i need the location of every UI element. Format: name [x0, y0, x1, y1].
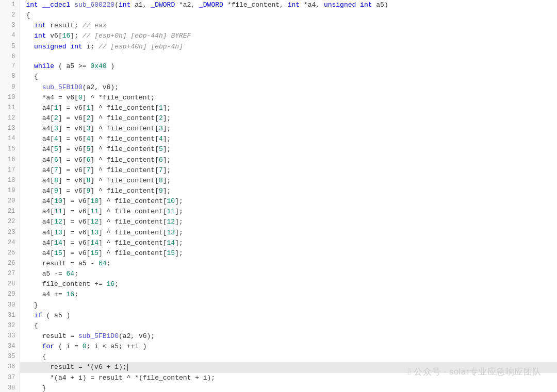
code-container: 1int __cdecl sub_600220(int a1, _DWORD *… [0, 0, 557, 392]
line-content[interactable]: a4[4] = v6[4] ^ file_content[4]; [20, 134, 557, 144]
line-number: 20 [0, 196, 20, 207]
line-content[interactable]: a4[10] = v6[10] ^ file_content[10]; [20, 196, 557, 207]
line-content[interactable]: int result; // eax [20, 21, 557, 31]
line-number: 11 [0, 103, 20, 113]
line-content[interactable]: int __cdecl sub_600220(int a1, _DWORD *a… [20, 0, 557, 10]
line-number: 13 [0, 124, 20, 134]
line-number: 31 [0, 311, 20, 321]
line-number: 15 [0, 144, 20, 155]
line-number: 30 [0, 300, 20, 311]
line-content[interactable]: { [20, 352, 557, 362]
line-number: 12 [0, 113, 20, 124]
line-number: 10 [0, 93, 20, 103]
line-content[interactable]: file_content += 16; [20, 279, 557, 289]
line-number: 24 [0, 238, 20, 248]
line-content[interactable]: *a4 = v6[0] ^ *file_content; [20, 93, 557, 103]
line-content[interactable]: result = *(v6 + i); [20, 362, 557, 372]
line-number: 27 [0, 269, 20, 279]
line-number: 25 [0, 248, 20, 259]
line-number: 28 [0, 279, 20, 289]
text-cursor [127, 364, 128, 371]
line-content[interactable]: result = sub_5FB1D0(a2, v6); [20, 331, 557, 342]
line-number: 33 [0, 331, 20, 342]
line-number: 9 [0, 82, 20, 93]
line-content[interactable]: a4[1] = v6[1] ^ file_content[1]; [20, 103, 557, 113]
line-number: 21 [0, 207, 20, 217]
line-content[interactable]: a4[13] = v6[13] ^ file_content[13]; [20, 228, 557, 238]
line-number: 37 [0, 373, 20, 383]
line-number: 22 [0, 217, 20, 227]
line-content[interactable]: a5 -= 64; [20, 269, 557, 279]
line-number: 16 [0, 155, 20, 165]
line-content[interactable]: if ( a5 ) [20, 311, 557, 321]
line-number: 3 [0, 21, 20, 31]
line-number: 32 [0, 321, 20, 331]
line-content[interactable] [20, 52, 557, 62]
line-number: 1 [0, 0, 20, 10]
line-content[interactable]: a4[3] = v6[3] ^ file_content[3]; [20, 124, 557, 134]
line-content[interactable]: a4[2] = v6[2] ^ file_content[2]; [20, 113, 557, 124]
line-content[interactable]: { [20, 321, 557, 331]
line-number: 36 [0, 362, 20, 372]
line-number: 17 [0, 165, 20, 176]
line-content[interactable]: a4[9] = v6[9] ^ file_content[9]; [20, 186, 557, 196]
line-number: 26 [0, 259, 20, 269]
line-content[interactable]: { [20, 72, 557, 82]
code-table: 1int __cdecl sub_600220(int a1, _DWORD *… [0, 0, 557, 392]
line-number: 5 [0, 42, 20, 52]
line-number: 34 [0, 342, 20, 352]
line-number: 4 [0, 31, 20, 41]
line-number: 2 [0, 10, 20, 21]
line-number: 18 [0, 176, 20, 186]
line-content[interactable]: } [20, 300, 557, 311]
line-content[interactable]: a4[12] = v6[12] ^ file_content[12]; [20, 217, 557, 227]
line-number: 23 [0, 228, 20, 238]
line-content[interactable]: while ( a5 >= 0x40 ) [20, 61, 557, 72]
line-number: 29 [0, 289, 20, 300]
line-number: 14 [0, 134, 20, 144]
line-content[interactable]: unsigned int i; // [esp+40h] [ebp-4h] [20, 42, 557, 52]
line-content[interactable]: for ( i = 0; i < a5; ++i ) [20, 342, 557, 352]
line-number: 19 [0, 186, 20, 196]
line-content[interactable]: a4[5] = v6[5] ^ file_content[5]; [20, 144, 557, 155]
line-number: 8 [0, 72, 20, 82]
line-content[interactable]: { [20, 10, 557, 21]
line-number: 6 [0, 52, 20, 62]
line-content[interactable]: a4[8] = v6[8] ^ file_content[8]; [20, 176, 557, 186]
line-content[interactable]: int v6[16]; // [esp+0h] [ebp-44h] BYREF [20, 31, 557, 41]
line-content[interactable]: a4[14] = v6[14] ^ file_content[14]; [20, 238, 557, 248]
line-content[interactable]: *(a4 + i) = result ^ *(file_content + i)… [20, 373, 557, 383]
line-content[interactable]: a4[6] = v6[6] ^ file_content[6]; [20, 155, 557, 165]
line-content[interactable]: sub_5FB1D0(a2, v6); [20, 82, 557, 93]
line-content[interactable]: a4[7] = v6[7] ^ file_content[7]; [20, 165, 557, 176]
line-content[interactable]: result = a5 - 64; [20, 259, 557, 269]
line-content[interactable]: a4 += 16; [20, 289, 557, 300]
line-content[interactable]: a4[11] = v6[11] ^ file_content[11]; [20, 207, 557, 217]
line-number: 7 [0, 61, 20, 72]
line-number: 35 [0, 352, 20, 362]
line-content[interactable]: a4[15] = v6[15] ^ file_content[15]; [20, 248, 557, 259]
line-content[interactable]: } [20, 383, 557, 392]
line-number: 38 [0, 383, 20, 392]
